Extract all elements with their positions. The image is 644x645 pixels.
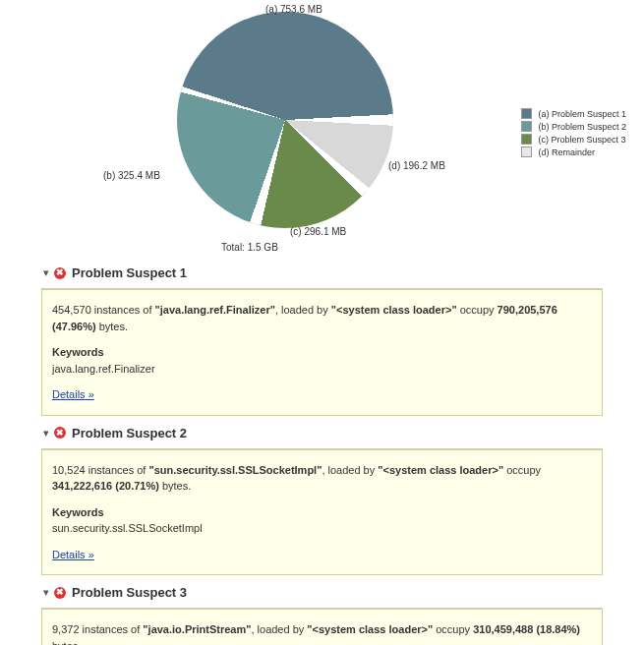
legend-item: (d) Remainder <box>521 147 626 157</box>
keyword-value: sun.security.ssl.SSLSocketImpl <box>52 520 592 537</box>
details-link[interactable]: Details » <box>52 386 94 403</box>
legend-label: (c) Problem Suspect 3 <box>538 135 625 145</box>
pie-chart <box>177 12 393 228</box>
section-title: Problem Suspect 3 <box>72 585 187 600</box>
keywords-label: Keywords <box>52 344 592 361</box>
section-box-1: 454,570 instances of "java.lang.ref.Fina… <box>41 289 603 416</box>
section-header-1[interactable]: ▾ ✖ Problem Suspect 1 <box>41 265 603 280</box>
error-icon: ✖ <box>54 267 66 279</box>
error-icon: ✖ <box>54 427 66 439</box>
section-header-2[interactable]: ▾ ✖ Problem Suspect 2 <box>41 426 603 440</box>
chart-area: (a) 753.6 MB (b) 325.4 MB (c) 296.1 MB (… <box>0 0 644 256</box>
chevron-down-icon: ▾ <box>41 429 50 438</box>
chevron-down-icon: ▾ <box>41 268 50 277</box>
suspect-summary: 454,570 instances of "java.lang.ref.Fina… <box>52 302 592 334</box>
legend-item: (c) Problem Suspect 3 <box>521 134 626 145</box>
suspect-summary: 10,524 instances of "sun.security.ssl.SS… <box>52 462 592 495</box>
keyword-value: java.lang.ref.Finalizer <box>52 361 592 378</box>
legend-item: (a) Problem Suspect 1 <box>521 108 626 119</box>
callout-a: (a) 753.6 MB <box>265 4 322 15</box>
suspect-summary: 9,372 instances of "java.io.PrintStream"… <box>52 621 592 645</box>
pie-total: Total: 1.5 GB <box>221 242 278 253</box>
section-title: Problem Suspect 1 <box>72 265 187 280</box>
section-header-3[interactable]: ▾ ✖ Problem Suspect 3 <box>41 585 603 600</box>
section-box-3: 9,372 instances of "java.io.PrintStream"… <box>41 609 603 645</box>
section-title: Problem Suspect 2 <box>72 426 187 440</box>
chevron-down-icon: ▾ <box>41 588 50 597</box>
legend-label: (d) Remainder <box>538 147 595 157</box>
keywords-label: Keywords <box>52 504 592 521</box>
legend-swatch <box>521 121 532 132</box>
legend-swatch <box>521 134 532 145</box>
details-link[interactable]: Details » <box>52 547 94 563</box>
pie-wrap <box>177 12 403 238</box>
legend-swatch <box>521 108 532 119</box>
legend: (a) Problem Suspect 1 (b) Problem Suspec… <box>521 108 626 159</box>
section-box-2: 10,524 instances of "sun.security.ssl.SS… <box>41 449 603 576</box>
legend-item: (b) Problem Suspect 2 <box>521 121 626 132</box>
callout-d: (d) 196.2 MB <box>388 160 445 171</box>
suspect-sections: ▾ ✖ Problem Suspect 1 454,570 instances … <box>0 265 644 645</box>
legend-label: (b) Problem Suspect 2 <box>538 122 626 132</box>
callout-b: (b) 325.4 MB <box>103 170 160 181</box>
legend-swatch <box>521 147 532 157</box>
legend-label: (a) Problem Suspect 1 <box>538 109 626 119</box>
error-icon: ✖ <box>54 587 66 599</box>
callout-c: (c) 296.1 MB <box>290 226 346 237</box>
